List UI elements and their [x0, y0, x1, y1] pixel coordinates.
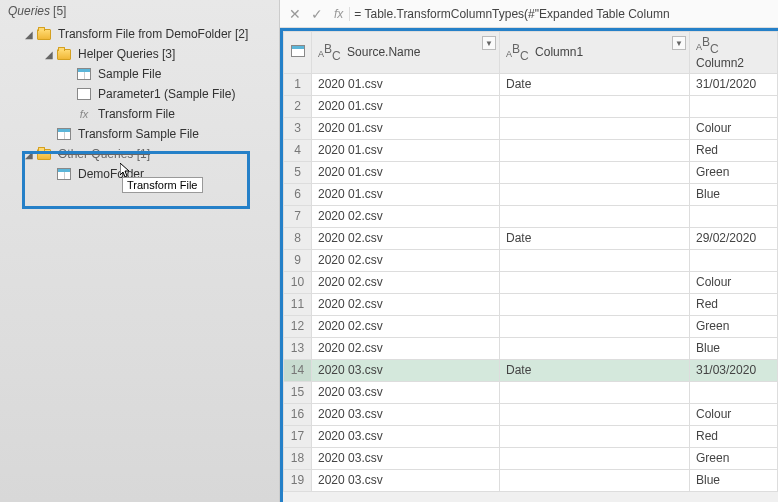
- table-row[interactable]: 12020 01.csvDate31/01/2020: [284, 73, 778, 95]
- table-row[interactable]: 142020 03.csvDate31/03/2020: [284, 359, 778, 381]
- table-row[interactable]: 122020 02.csvGreen: [284, 315, 778, 337]
- cell-column1[interactable]: [500, 183, 690, 205]
- cell-column2[interactable]: [690, 381, 778, 403]
- row-number[interactable]: 9: [284, 249, 312, 271]
- table-row[interactable]: 32020 01.csvColour: [284, 117, 778, 139]
- table-row[interactable]: 42020 01.csvRed: [284, 139, 778, 161]
- cell-column2[interactable]: [690, 205, 778, 227]
- row-number[interactable]: 13: [284, 337, 312, 359]
- cell-column2[interactable]: [690, 95, 778, 117]
- table-row[interactable]: 92020 02.csv: [284, 249, 778, 271]
- cell-source-name[interactable]: 2020 02.csv: [312, 315, 500, 337]
- cell-column2[interactable]: Green: [690, 447, 778, 469]
- cell-source-name[interactable]: 2020 03.csv: [312, 381, 500, 403]
- cell-column1[interactable]: [500, 205, 690, 227]
- table-row[interactable]: 22020 01.csv: [284, 95, 778, 117]
- cell-source-name[interactable]: 2020 01.csv: [312, 161, 500, 183]
- cell-source-name[interactable]: 2020 01.csv: [312, 95, 500, 117]
- row-number[interactable]: 2: [284, 95, 312, 117]
- cell-column2[interactable]: Colour: [690, 403, 778, 425]
- cell-column2[interactable]: 31/01/2020: [690, 73, 778, 95]
- sidebar-item-helper-queries-3[interactable]: ◢Helper Queries [3]: [0, 44, 279, 64]
- cell-column1[interactable]: [500, 161, 690, 183]
- row-number[interactable]: 6: [284, 183, 312, 205]
- cell-column1[interactable]: [500, 381, 690, 403]
- row-number[interactable]: 10: [284, 271, 312, 293]
- cell-source-name[interactable]: 2020 01.csv: [312, 183, 500, 205]
- cell-column2[interactable]: 29/02/2020: [690, 227, 778, 249]
- table-row[interactable]: 132020 02.csvBlue: [284, 337, 778, 359]
- table-row[interactable]: 182020 03.csvGreen: [284, 447, 778, 469]
- cell-column1[interactable]: [500, 337, 690, 359]
- row-number[interactable]: 8: [284, 227, 312, 249]
- row-number[interactable]: 16: [284, 403, 312, 425]
- cell-source-name[interactable]: 2020 02.csv: [312, 249, 500, 271]
- formula-text[interactable]: = Table.TransformColumnTypes(#"Expanded …: [349, 7, 774, 21]
- row-number[interactable]: 5: [284, 161, 312, 183]
- table-row[interactable]: 152020 03.csv: [284, 381, 778, 403]
- table-row[interactable]: 72020 02.csv: [284, 205, 778, 227]
- row-number[interactable]: 14: [284, 359, 312, 381]
- cell-source-name[interactable]: 2020 02.csv: [312, 293, 500, 315]
- row-number[interactable]: 7: [284, 205, 312, 227]
- row-number[interactable]: 11: [284, 293, 312, 315]
- row-number[interactable]: 18: [284, 447, 312, 469]
- cell-column2[interactable]: Blue: [690, 183, 778, 205]
- column-header-column2[interactable]: ABC Column2: [690, 32, 778, 74]
- row-header-corner[interactable]: [284, 32, 312, 74]
- cell-column2[interactable]: Green: [690, 161, 778, 183]
- cell-column2[interactable]: Colour: [690, 117, 778, 139]
- sidebar-item-sample-file[interactable]: Sample File: [0, 64, 279, 84]
- cell-column1[interactable]: Date: [500, 359, 690, 381]
- cell-source-name[interactable]: 2020 03.csv: [312, 447, 500, 469]
- cell-column2[interactable]: [690, 249, 778, 271]
- sidebar-item-transform-sample-file[interactable]: Transform Sample File: [0, 124, 279, 144]
- table-row[interactable]: 112020 02.csvRed: [284, 293, 778, 315]
- cell-source-name[interactable]: 2020 01.csv: [312, 139, 500, 161]
- fx-icon[interactable]: fx: [334, 7, 343, 21]
- table-row[interactable]: 82020 02.csvDate29/02/2020: [284, 227, 778, 249]
- tree-toggle-icon[interactable]: ◢: [24, 149, 34, 160]
- cell-column1[interactable]: [500, 293, 690, 315]
- cell-source-name[interactable]: 2020 03.csv: [312, 425, 500, 447]
- sidebar-item-transform-file-from-demofolder-2[interactable]: ◢Transform File from DemoFolder [2]: [0, 24, 279, 44]
- column-filter-dropdown[interactable]: ▼: [482, 36, 496, 50]
- tree-toggle-icon[interactable]: ◢: [44, 49, 54, 60]
- column-filter-dropdown[interactable]: ▼: [672, 36, 686, 50]
- row-number[interactable]: 3: [284, 117, 312, 139]
- cell-column1[interactable]: [500, 95, 690, 117]
- cell-column1[interactable]: Date: [500, 73, 690, 95]
- row-number[interactable]: 15: [284, 381, 312, 403]
- table-row[interactable]: 52020 01.csvGreen: [284, 161, 778, 183]
- cell-column1[interactable]: [500, 117, 690, 139]
- tree-toggle-icon[interactable]: ◢: [24, 29, 34, 40]
- row-number[interactable]: 12: [284, 315, 312, 337]
- cell-source-name[interactable]: 2020 02.csv: [312, 337, 500, 359]
- cell-source-name[interactable]: 2020 03.csv: [312, 403, 500, 425]
- sidebar-item-other-queries-1[interactable]: ◢Other Queries [1]: [0, 144, 279, 164]
- cell-column2[interactable]: Red: [690, 139, 778, 161]
- cell-column1[interactable]: [500, 469, 690, 491]
- cell-column2[interactable]: Colour: [690, 271, 778, 293]
- table-row[interactable]: 172020 03.csvRed: [284, 425, 778, 447]
- cell-source-name[interactable]: 2020 01.csv: [312, 73, 500, 95]
- cell-source-name[interactable]: 2020 01.csv: [312, 117, 500, 139]
- cell-source-name[interactable]: 2020 03.csv: [312, 359, 500, 381]
- cell-source-name[interactable]: 2020 03.csv: [312, 469, 500, 491]
- cell-column2[interactable]: Blue: [690, 337, 778, 359]
- cell-column1[interactable]: Date: [500, 227, 690, 249]
- row-number[interactable]: 17: [284, 425, 312, 447]
- cell-column1[interactable]: [500, 249, 690, 271]
- cell-column1[interactable]: [500, 271, 690, 293]
- column-header-column1[interactable]: ABC Column1 ▼: [500, 32, 690, 74]
- cell-column1[interactable]: [500, 315, 690, 337]
- sidebar-item-parameter1-sample-file[interactable]: Parameter1 (Sample File): [0, 84, 279, 104]
- row-number[interactable]: 4: [284, 139, 312, 161]
- cell-column2[interactable]: Red: [690, 293, 778, 315]
- row-number[interactable]: 19: [284, 469, 312, 491]
- table-row[interactable]: 192020 03.csvBlue: [284, 469, 778, 491]
- cell-column2[interactable]: Red: [690, 425, 778, 447]
- cell-column1[interactable]: [500, 403, 690, 425]
- cell-source-name[interactable]: 2020 02.csv: [312, 205, 500, 227]
- cell-column1[interactable]: [500, 139, 690, 161]
